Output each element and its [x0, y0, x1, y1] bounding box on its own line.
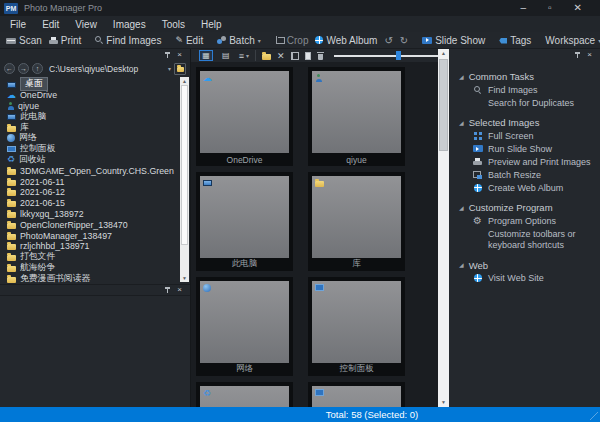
tree-item-control-panel[interactable]: 控制面板 [7, 144, 178, 155]
thumbnail-item-user[interactable]: qiyue [308, 67, 405, 166]
scrollbar-thumb[interactable] [439, 59, 448, 151]
close-panel-icon[interactable]: × [587, 51, 592, 59]
thumbnail-item-control-panel[interactable]: 控制面板 [308, 277, 405, 376]
gear-icon: ⚙ [473, 216, 482, 225]
thumbnail-item-this-pc[interactable]: 此电脑 [196, 172, 293, 271]
scroll-down-icon[interactable]: ▼ [438, 398, 449, 407]
view-thumbnails-button[interactable]: ▦ [199, 50, 213, 61]
tree-item-folder[interactable]: lkkyxgq_138972 [7, 209, 178, 220]
rotate-right-button[interactable]: ↻ [400, 36, 408, 45]
thumbnail-label: 库 [308, 258, 405, 270]
folder-icon [177, 67, 184, 72]
task-customize-toolbars[interactable]: Customize toolbars or keyboard shortcuts [459, 229, 592, 252]
web-album-button[interactable]: Web Album [315, 35, 377, 46]
tree-item-folder[interactable]: 2021-06-12 [7, 187, 178, 198]
view-details-button[interactable]: ▤ [219, 50, 233, 61]
menu-file[interactable]: File [10, 19, 26, 30]
tree-scrollbar[interactable]: ▲ ▼ [180, 77, 189, 282]
batch-button[interactable]: Batch▾ [217, 35, 261, 46]
close-button[interactable]: ✕ [574, 3, 582, 13]
thumbnail-item-libraries[interactable]: 库 [308, 172, 405, 271]
menu-view[interactable]: View [75, 19, 97, 30]
tags-button[interactable]: Tags [499, 35, 531, 46]
crop-button[interactable]: Crop [275, 35, 309, 46]
thumbnail-item[interactable]: ♻ [196, 382, 293, 407]
maximize-button[interactable]: ▫ [548, 3, 552, 13]
trash-button[interactable] [317, 52, 324, 60]
paste-button[interactable] [305, 52, 311, 60]
tree-item-folder[interactable]: 2021-06-11 [7, 176, 178, 187]
section-header[interactable]: ◢Customize Program [459, 201, 592, 214]
tree-item-folder[interactable]: 2021-06-15 [7, 198, 178, 209]
task-find-images[interactable]: Find Images [459, 85, 592, 97]
tree-item-folder[interactable]: 打包文件 [7, 252, 178, 263]
menu-images[interactable]: Images [113, 19, 146, 30]
delete-button[interactable]: ✕ [277, 52, 285, 60]
find-images-button[interactable]: Find Images [95, 35, 161, 46]
copy-button[interactable] [291, 52, 299, 60]
scan-button[interactable]: Scan [6, 35, 42, 46]
new-folder-button[interactable] [262, 54, 271, 60]
section-header[interactable]: ◢Common Tasks [459, 70, 592, 83]
back-button[interactable]: ← [4, 63, 15, 74]
tree-item-folder[interactable]: rzljchhbd_138971 [7, 241, 178, 252]
tree-item-libraries[interactable]: 库 [7, 122, 178, 133]
task-create-web-album[interactable]: Create Web Album [459, 183, 592, 195]
task-program-options[interactable]: ⚙Program Options [459, 216, 592, 228]
minimize-button[interactable]: – [521, 3, 527, 13]
folder-icon [7, 255, 16, 261]
tree-item-desktop[interactable]: 桌面 [7, 79, 178, 90]
task-run-slide-show[interactable]: Run Slide Show [459, 144, 592, 156]
task-batch-resize[interactable]: Batch Resize [459, 170, 592, 182]
task-search-duplicates[interactable]: Search for Duplicates [459, 98, 592, 110]
thumbnail-item-onedrive[interactable]: ☁OneDrive [196, 67, 293, 166]
tree-item-folder[interactable]: PhotoManager_138497 [7, 230, 178, 241]
tree-item-user[interactable]: qiyue [7, 101, 178, 112]
section-header[interactable]: ◢Selected Images [459, 116, 592, 129]
status-total-text: Total: 58 (Selected: 0) [326, 409, 418, 420]
workspace-button[interactable]: Workspace▾ [545, 35, 600, 46]
menu-tools[interactable]: Tools [162, 19, 185, 30]
scroll-down-icon[interactable]: ▼ [180, 274, 189, 282]
task-preview-print[interactable]: Preview and Print Images [459, 157, 592, 169]
user-icon [7, 102, 14, 110]
slider-thumb[interactable] [396, 51, 401, 60]
tree-item-onedrive[interactable]: ☁OneDrive [7, 90, 178, 101]
section-header[interactable]: ◢Web [459, 259, 592, 272]
tree-item-folder[interactable]: 免费漫画书阅读器 [7, 273, 178, 284]
sort-button[interactable]: ≡▾ [239, 51, 249, 61]
thumbnail-item-network[interactable]: 网络 [196, 277, 293, 376]
tree-item-this-pc[interactable]: 此电脑 [7, 111, 178, 122]
task-visit-web-site[interactable]: Visit Web Site [459, 273, 592, 285]
pin-icon[interactable] [574, 51, 581, 59]
edit-button[interactable]: ✎Edit [175, 35, 203, 46]
close-panel-icon[interactable]: × [177, 51, 182, 59]
menu-help[interactable]: Help [201, 19, 222, 30]
browse-folder-button[interactable] [174, 63, 186, 75]
tree-item-folder[interactable]: 3DMGAME_Open_Country.CHS.Green [7, 165, 178, 176]
path-field[interactable]: C:\Users\qiyue\Desktop [46, 64, 165, 74]
slide-show-button[interactable]: Slide Show [422, 35, 485, 46]
print-button[interactable]: Print [49, 35, 82, 46]
menu-edit[interactable]: Edit [42, 19, 59, 30]
scroll-up-icon[interactable]: ▲ [438, 49, 449, 58]
tree-item-folder[interactable]: 航海纷争 [7, 263, 178, 274]
scroll-up-icon[interactable]: ▲ [180, 77, 189, 85]
pin-icon[interactable] [164, 51, 171, 59]
tree-item-folder[interactable]: OpenClonerRipper_138470 [7, 219, 178, 230]
thumbnail-scrollbar[interactable]: ▲ ▼ [438, 49, 449, 407]
rotate-left-button[interactable]: ↺ [384, 36, 392, 45]
tree-item-network[interactable]: 网络 [7, 133, 178, 144]
close-panel-icon[interactable]: × [177, 286, 182, 294]
path-dropdown-icon[interactable]: ▾ [168, 65, 171, 72]
tree-item-recycle-bin[interactable]: ♻回收站 [7, 155, 178, 166]
thumbnail-item[interactable] [308, 382, 405, 407]
task-full-screen[interactable]: Full Screen [459, 131, 592, 143]
desktop-icon [7, 82, 16, 88]
scrollbar-thumb[interactable] [181, 85, 188, 245]
forward-button[interactable]: → [18, 63, 29, 74]
resize-grip[interactable] [590, 412, 598, 420]
up-button[interactable]: ↑ [32, 63, 43, 74]
pin-icon[interactable] [164, 286, 171, 294]
zoom-slider[interactable] [334, 51, 438, 60]
